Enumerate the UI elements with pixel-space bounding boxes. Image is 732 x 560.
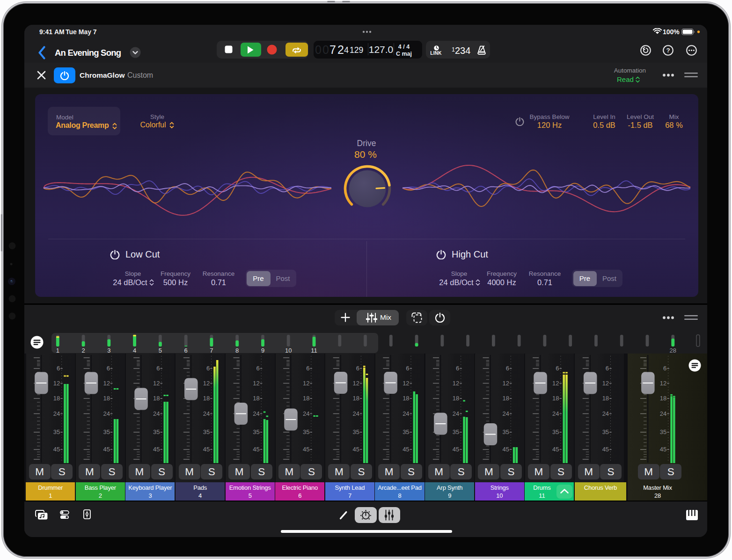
svg-text:45: 45 — [660, 446, 666, 453]
svg-text:6: 6 — [206, 365, 210, 372]
svg-text:35: 35 — [153, 428, 160, 435]
svg-text:45: 45 — [303, 446, 309, 453]
svg-text:12: 12 — [103, 380, 110, 387]
svg-text:45: 45 — [552, 446, 559, 453]
svg-text:6: 6 — [107, 365, 110, 372]
svg-text:35: 35 — [552, 428, 559, 435]
svg-text:12: 12 — [602, 380, 609, 387]
svg-text:18: 18 — [403, 395, 409, 402]
svg-text:35: 35 — [660, 428, 666, 435]
svg-text:24: 24 — [303, 410, 309, 417]
svg-text:12: 12 — [53, 380, 60, 387]
svg-text:24: 24 — [353, 410, 359, 417]
svg-text:6: 6 — [406, 365, 409, 372]
svg-text:18: 18 — [453, 395, 459, 402]
svg-text:24: 24 — [153, 410, 160, 417]
svg-text:45: 45 — [253, 446, 259, 453]
svg-text:24: 24 — [203, 410, 210, 417]
svg-text:35: 35 — [103, 428, 110, 435]
svg-text:35: 35 — [53, 428, 60, 435]
svg-text:12: 12 — [502, 380, 509, 387]
svg-text:35: 35 — [502, 428, 509, 435]
svg-text:18: 18 — [253, 395, 259, 402]
svg-text:12: 12 — [403, 380, 409, 387]
svg-text:24: 24 — [453, 410, 459, 417]
svg-text:35: 35 — [203, 428, 210, 435]
svg-text:12: 12 — [153, 380, 160, 387]
svg-text:45: 45 — [453, 446, 459, 453]
svg-text:24: 24 — [660, 410, 666, 417]
svg-text:45: 45 — [203, 446, 210, 453]
svg-text:24: 24 — [53, 410, 60, 417]
svg-text:18: 18 — [303, 395, 309, 402]
svg-text:18: 18 — [153, 395, 160, 402]
svg-text:12: 12 — [453, 380, 459, 387]
svg-text:45: 45 — [153, 446, 160, 453]
svg-text:12: 12 — [303, 380, 309, 387]
svg-text:45: 45 — [103, 446, 110, 453]
svg-text:6: 6 — [356, 365, 359, 372]
svg-text:35: 35 — [253, 428, 259, 435]
svg-text:12: 12 — [203, 380, 210, 387]
svg-text:6: 6 — [456, 365, 459, 372]
svg-text:6: 6 — [57, 365, 60, 372]
svg-text:35: 35 — [602, 428, 609, 435]
svg-text:12: 12 — [353, 380, 359, 387]
svg-text:18: 18 — [660, 395, 666, 402]
svg-text:24: 24 — [552, 410, 559, 417]
svg-text:45: 45 — [403, 446, 409, 453]
svg-text:18: 18 — [203, 395, 210, 402]
svg-text:35: 35 — [453, 428, 459, 435]
svg-text:45: 45 — [602, 446, 609, 453]
svg-text:45: 45 — [502, 446, 509, 453]
svg-text:18: 18 — [103, 395, 110, 402]
svg-text:6: 6 — [506, 365, 509, 372]
svg-text:18: 18 — [53, 395, 60, 402]
svg-text:18: 18 — [552, 395, 559, 402]
svg-text:6: 6 — [663, 365, 666, 372]
svg-text:24: 24 — [502, 410, 509, 417]
svg-text:24: 24 — [403, 410, 409, 417]
svg-text:6: 6 — [256, 365, 260, 372]
svg-text:12: 12 — [253, 380, 259, 387]
svg-text:12: 12 — [552, 380, 559, 387]
svg-text:6: 6 — [306, 365, 309, 372]
svg-text:35: 35 — [353, 428, 359, 435]
svg-text:6: 6 — [556, 365, 559, 372]
svg-text:24: 24 — [103, 410, 110, 417]
svg-text:6: 6 — [156, 365, 160, 372]
svg-text:12: 12 — [660, 380, 666, 387]
svg-text:18: 18 — [502, 395, 509, 402]
svg-text:45: 45 — [353, 446, 359, 453]
svg-text:6: 6 — [606, 365, 609, 372]
svg-text:24: 24 — [602, 410, 609, 417]
svg-text:35: 35 — [303, 428, 309, 435]
svg-text:18: 18 — [602, 395, 609, 402]
svg-text:18: 18 — [353, 395, 359, 402]
svg-text:45: 45 — [53, 446, 60, 453]
svg-text:35: 35 — [403, 428, 409, 435]
svg-text:24: 24 — [253, 410, 259, 417]
